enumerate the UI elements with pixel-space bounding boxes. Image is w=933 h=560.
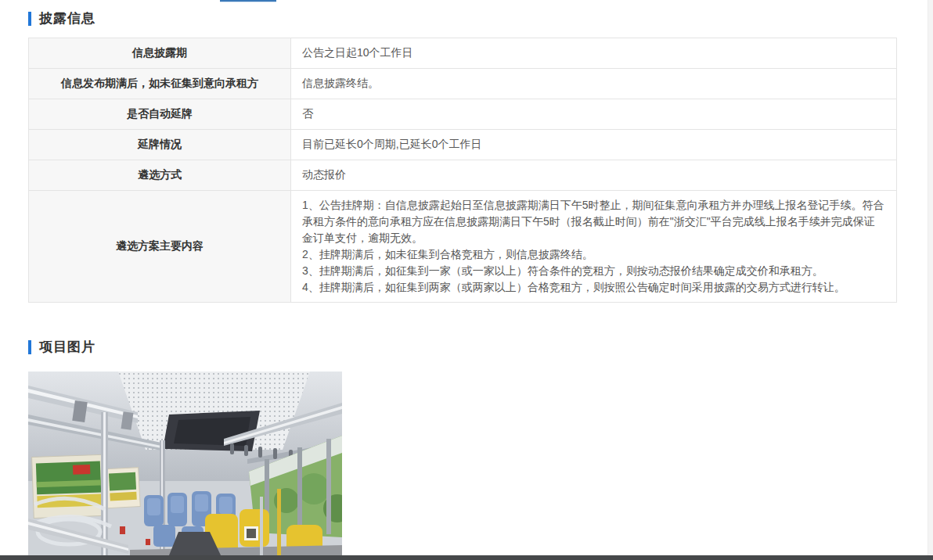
row-label: 遴选方案主要内容 [29,191,291,303]
row-label: 信息发布期满后，如未征集到意向承租方 [29,69,291,99]
scrollbar-track[interactable] [928,0,933,560]
row-value: 公告之日起10个工作日 [291,38,897,69]
row-label: 是否自动延牌 [29,99,291,130]
row-value: 信息披露终结。 [291,69,897,99]
table-row: 遴选方案主要内容 1、公告挂牌期：自信息披露起始日至信息披露期满日下午5时整止，… [29,191,897,303]
clause-line: 3、挂牌期满后，如征集到一家（或一家以上）符合条件的竞租方，则按动态报价结果确定… [302,263,885,279]
row-label: 遴选方式 [29,160,291,191]
selection-plan-clauses: 1、公告挂牌期：自信息披露起始日至信息披露期满日下午5时整止，期间征集意向承租方… [302,197,885,296]
row-label: 延牌情况 [29,130,291,160]
title-accent-bar [28,12,31,26]
page: 披露信息 信息披露期 公告之日起10个工作日 信息发布期满后，如未征集到意向承租… [0,0,933,560]
table-row: 信息发布期满后，如未征集到意向承租方 信息披露终结。 [29,69,897,99]
clause-line: 2、挂牌期满后，如未征集到合格竞租方，则信息披露终结。 [302,246,885,263]
clause-line: 1、公告挂牌期：自信息披露起始日至信息披露期满日下午5时整止，期间征集意向承租方… [302,197,885,246]
clause-line: 4、挂牌期满后，如征集到两家（或两家以上）合格竞租方，则按照公告确定时间采用披露… [302,279,885,296]
disclosure-table: 信息披露期 公告之日起10个工作日 信息发布期满后，如未征集到意向承租方 信息披… [28,38,897,303]
table-row: 遴选方式 动态报价 [29,160,897,191]
section-title-text: 项目图片 [39,338,95,356]
table-row: 信息披露期 公告之日起10个工作日 [29,38,897,69]
window-bottom-edge [0,555,933,560]
bus-interior-photo[interactable] [28,372,342,555]
title-accent-bar [28,340,31,354]
row-label: 信息披露期 [29,38,291,69]
row-value: 1、公告挂牌期：自信息披露起始日至信息披露期满日下午5时整止，期间征集意向承租方… [291,191,897,303]
active-tab-indicator [220,0,276,2]
row-value: 否 [291,99,897,130]
section-title-disclosure: 披露信息 [28,9,95,27]
row-value: 目前已延长0个周期,已延长0个工作日 [291,130,897,160]
row-value: 动态报价 [291,160,897,191]
table-row: 是否自动延牌 否 [29,99,897,130]
section-title-project-images: 项目图片 [28,338,95,356]
table-row: 延牌情况 目前已延长0个周期,已延长0个工作日 [29,130,897,160]
section-title-text: 披露信息 [39,9,95,27]
